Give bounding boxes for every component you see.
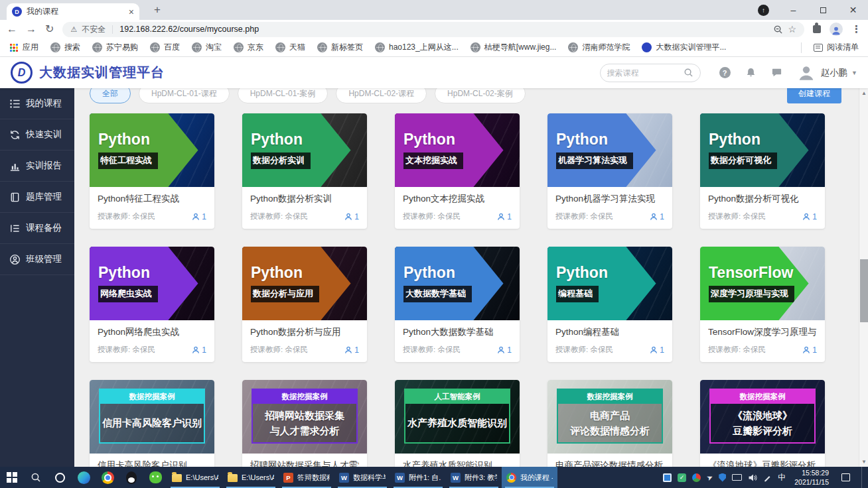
course-card[interactable]: Python 编程基础 Python编程基础 授课教师: 余保民 1	[547, 247, 672, 362]
sidebar-item-class-management[interactable]: 班级管理	[0, 244, 74, 275]
start-button[interactable]	[0, 467, 24, 488]
create-course-button[interactable]: 创建课程	[787, 88, 841, 103]
bookmark-item[interactable]: 百度	[150, 42, 180, 53]
sidebar-item-training-reports[interactable]: 实训报告	[0, 151, 74, 182]
bookmark-item[interactable]: 天猫	[275, 42, 305, 53]
case-title[interactable]: 信用卡高风险客户识别	[98, 459, 206, 467]
case-card[interactable]: 数据挖掘案例 电商产品 评论数据情感分析 电商产品评论数据情感分析	[547, 380, 672, 467]
bookmark-item[interactable]: 搜索	[50, 42, 80, 53]
bookmark-apps[interactable]: 应用	[9, 42, 38, 53]
taskbar-app[interactable]: E:\Users\A...	[223, 467, 279, 488]
taskbar-app[interactable]: W 数据科学与...	[334, 467, 390, 488]
scroll-up-icon[interactable]: ▲	[859, 88, 868, 98]
close-button[interactable]: ✕	[838, 0, 868, 20]
course-card[interactable]: TensorFlow 深度学习原理与实现 TensorFlow深度学习原理与实现…	[700, 247, 825, 362]
filter-tab[interactable]: HpDM-CL-01-案例	[238, 88, 328, 103]
course-card[interactable]: Python 文本挖掘实战 Python文本挖掘实战 授课教师: 余保民 1	[395, 113, 520, 229]
case-card[interactable]: 人工智能案例 水产养殖水质智能识别 水产养殖水质智能识别	[395, 380, 520, 467]
taskbar-app[interactable]: P 答辩数据科...	[279, 467, 334, 488]
taskbar-app[interactable]: 我的课程 - ...	[502, 467, 557, 488]
bookmark-item[interactable]: 新标签页	[317, 42, 363, 53]
help-button[interactable]: ?	[719, 67, 731, 78]
case-title[interactable]: 电商产品评论数据情感分析	[555, 459, 664, 467]
tray-screenshot-icon[interactable]	[663, 473, 672, 482]
cortana-button[interactable]	[48, 467, 72, 488]
chrome-button[interactable]	[96, 467, 119, 488]
course-title[interactable]: TensorFlow深度学习原理与实现	[708, 326, 817, 338]
bookmark-item[interactable]: 桔梗导航[www.jieg...	[470, 42, 557, 53]
qq-button[interactable]	[119, 467, 143, 488]
profile-avatar-icon[interactable]	[830, 23, 843, 36]
course-title[interactable]: Python文本挖掘实战	[403, 193, 512, 205]
maximize-button[interactable]	[808, 0, 838, 20]
filter-tab[interactable]: HpDM-CL-02-课程	[336, 88, 427, 103]
notifications-button[interactable]	[745, 67, 757, 78]
tray-wechat-icon[interactable]: ✓	[678, 473, 686, 482]
edge-button[interactable]	[72, 467, 96, 488]
tray-security-icon[interactable]	[692, 473, 701, 482]
address-bar[interactable]: ⚠ 不安全 192.168.222.62/course/mycourse.php…	[62, 22, 804, 37]
extensions-icon[interactable]	[813, 25, 821, 33]
chrome-update-icon[interactable]: ↑	[758, 5, 769, 16]
course-title[interactable]: Python数据分析与应用	[250, 326, 359, 338]
wechat-button[interactable]	[143, 467, 167, 488]
course-card[interactable]: Python 大数据数学基础 Python大数据数学基础 授课教师: 余保民 1	[395, 247, 520, 362]
case-title[interactable]: 《流浪地球》豆瓣影评分析	[708, 459, 817, 467]
course-title[interactable]: Python数据分析实训	[250, 193, 359, 205]
search-input[interactable]	[607, 68, 680, 78]
course-card[interactable]: Python 网络爬虫实战 Python网络爬虫实战 授课教师: 余保民 1	[90, 247, 214, 362]
bookmark-item[interactable]: 京东	[234, 42, 263, 53]
page-scrollbar[interactable]: ▲ ▼	[859, 88, 868, 467]
course-title[interactable]: Python数据分析可视化	[708, 193, 817, 205]
tray-shield-icon[interactable]	[719, 473, 726, 482]
sidebar-item-course-backup[interactable]: 课程备份	[0, 213, 74, 244]
refresh-icon[interactable]: ↻	[45, 24, 54, 34]
course-title[interactable]: Python大数据数学基础	[403, 326, 512, 338]
filter-tab[interactable]: HpDM-CL-02-案例	[435, 88, 526, 103]
search-icon[interactable]	[684, 68, 693, 78]
case-title[interactable]: 水产养殖水质智能识别	[403, 459, 512, 467]
tab-close-icon[interactable]: ×	[129, 7, 134, 17]
course-title[interactable]: Python网络爬虫实战	[98, 326, 206, 338]
taskbar-clock[interactable]: 15:58:29 2021/11/15	[794, 468, 829, 487]
case-title[interactable]: 招聘网站数据采集与人才需求分析	[250, 459, 359, 467]
course-title[interactable]: Python特征工程实战	[98, 193, 206, 205]
taskbar-app[interactable]: W 附件1: 自...	[390, 467, 446, 488]
messages-button[interactable]	[771, 67, 782, 78]
sidebar-item-my-courses[interactable]: 我的课程	[0, 88, 74, 119]
bookmark-star-icon[interactable]: ☆	[788, 24, 796, 34]
bookmark-item[interactable]: 大数据实训管理平...	[642, 42, 726, 53]
case-card[interactable]: 数据挖掘案例 招聘网站数据采集 与人才需求分析 招聘网站数据采集与人才需求分析	[242, 380, 367, 467]
action-center-icon[interactable]	[841, 473, 850, 481]
tray-display-icon[interactable]	[732, 474, 742, 481]
menu-dots-icon[interactable]: ⋮	[851, 23, 861, 35]
back-icon[interactable]: ←	[7, 24, 17, 34]
scroll-down-icon[interactable]: ▼	[859, 457, 868, 467]
url-text[interactable]: 192.168.222.62/course/mycourse.php	[119, 25, 768, 34]
tray-volume-icon[interactable]	[748, 473, 757, 482]
case-card[interactable]: 数据挖掘案例 《流浪地球》 豆瓣影评分析 《流浪地球》豆瓣影评分析	[700, 380, 825, 467]
course-card[interactable]: Python 数据分析与应用 Python数据分析与应用 授课教师: 余保民 1	[242, 247, 367, 362]
course-card[interactable]: Python 数据分析可视化 Python数据分析可视化 授课教师: 余保民 1	[700, 113, 825, 229]
taskbar-search-button[interactable]	[24, 467, 48, 488]
course-card[interactable]: Python 数据分析实训 Python数据分析实训 授课教师: 余保民 1	[242, 113, 367, 229]
ime-indicator[interactable]: 中	[778, 472, 786, 483]
forward-icon[interactable]: →	[26, 24, 36, 34]
scrollbar-thumb[interactable]	[860, 259, 868, 322]
zoom-icon[interactable]	[773, 25, 783, 34]
show-desktop-button[interactable]	[861, 467, 864, 488]
tray-ink-icon[interactable]	[763, 473, 772, 482]
minimize-button[interactable]: –	[778, 0, 808, 20]
course-title[interactable]: Python机器学习算法实现	[555, 193, 664, 205]
reading-list-button[interactable]: 阅读清单	[814, 42, 859, 53]
filter-tab[interactable]: HpDM-CL-01-课程	[139, 88, 230, 103]
tray-pointer-icon[interactable]: ➤	[705, 472, 715, 483]
taskbar-app[interactable]: W 附件3: 教学...	[446, 467, 502, 488]
filter-tab[interactable]: 全部	[90, 88, 131, 103]
bookmark-item[interactable]: 淘宝	[192, 42, 222, 53]
browser-tab[interactable]: D 我的课程 ×	[7, 3, 139, 20]
platform-logo[interactable]: D	[11, 62, 33, 84]
course-title[interactable]: Python编程基础	[555, 326, 664, 338]
course-card[interactable]: Python 机器学习算法实现 Python机器学习算法实现 授课教师: 余保民…	[547, 113, 672, 229]
bookmark-item[interactable]: 苏宁易购	[92, 42, 138, 53]
